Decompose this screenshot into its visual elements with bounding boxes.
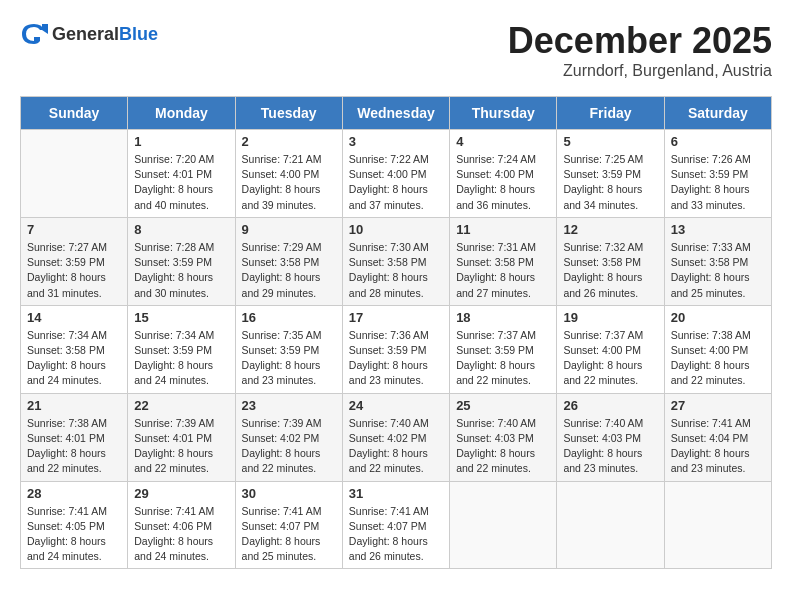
day-info: Sunrise: 7:24 AM Sunset: 4:00 PM Dayligh… (456, 152, 550, 213)
calendar-cell-w4-d1: 21Sunrise: 7:38 AM Sunset: 4:01 PM Dayli… (21, 393, 128, 481)
calendar-cell-w3-d2: 15Sunrise: 7:34 AM Sunset: 3:59 PM Dayli… (128, 305, 235, 393)
day-info: Sunrise: 7:41 AM Sunset: 4:06 PM Dayligh… (134, 504, 228, 565)
calendar-cell-w3-d6: 19Sunrise: 7:37 AM Sunset: 4:00 PM Dayli… (557, 305, 664, 393)
day-number: 22 (134, 398, 228, 413)
calendar-cell-w3-d3: 16Sunrise: 7:35 AM Sunset: 3:59 PM Dayli… (235, 305, 342, 393)
calendar-cell-w2-d1: 7Sunrise: 7:27 AM Sunset: 3:59 PM Daylig… (21, 217, 128, 305)
calendar-table: Sunday Monday Tuesday Wednesday Thursday… (20, 96, 772, 569)
calendar-cell-w5-d3: 30Sunrise: 7:41 AM Sunset: 4:07 PM Dayli… (235, 481, 342, 569)
day-info: Sunrise: 7:25 AM Sunset: 3:59 PM Dayligh… (563, 152, 657, 213)
day-number: 21 (27, 398, 121, 413)
calendar-cell-w2-d5: 11Sunrise: 7:31 AM Sunset: 3:58 PM Dayli… (450, 217, 557, 305)
day-number: 24 (349, 398, 443, 413)
day-info: Sunrise: 7:36 AM Sunset: 3:59 PM Dayligh… (349, 328, 443, 389)
calendar-cell-w4-d3: 23Sunrise: 7:39 AM Sunset: 4:02 PM Dayli… (235, 393, 342, 481)
day-number: 25 (456, 398, 550, 413)
calendar-week-2: 7Sunrise: 7:27 AM Sunset: 3:59 PM Daylig… (21, 217, 772, 305)
calendar-week-1: 1Sunrise: 7:20 AM Sunset: 4:01 PM Daylig… (21, 130, 772, 218)
day-number: 18 (456, 310, 550, 325)
header-monday: Monday (128, 97, 235, 130)
calendar-week-5: 28Sunrise: 7:41 AM Sunset: 4:05 PM Dayli… (21, 481, 772, 569)
day-number: 30 (242, 486, 336, 501)
day-number: 16 (242, 310, 336, 325)
day-number: 14 (27, 310, 121, 325)
calendar-cell-w4-d2: 22Sunrise: 7:39 AM Sunset: 4:01 PM Dayli… (128, 393, 235, 481)
logo-general-text: General (52, 24, 119, 44)
day-info: Sunrise: 7:29 AM Sunset: 3:58 PM Dayligh… (242, 240, 336, 301)
calendar-cell-w2-d4: 10Sunrise: 7:30 AM Sunset: 3:58 PM Dayli… (342, 217, 449, 305)
location-title: Zurndorf, Burgenland, Austria (508, 62, 772, 80)
logo-blue-text: Blue (119, 24, 158, 44)
day-info: Sunrise: 7:41 AM Sunset: 4:05 PM Dayligh… (27, 504, 121, 565)
day-number: 19 (563, 310, 657, 325)
day-number: 1 (134, 134, 228, 149)
day-number: 20 (671, 310, 765, 325)
day-info: Sunrise: 7:33 AM Sunset: 3:58 PM Dayligh… (671, 240, 765, 301)
page-header: GeneralBlue December 2025 Zurndorf, Burg… (20, 20, 772, 80)
calendar-cell-w1-d2: 1Sunrise: 7:20 AM Sunset: 4:01 PM Daylig… (128, 130, 235, 218)
day-info: Sunrise: 7:40 AM Sunset: 4:03 PM Dayligh… (563, 416, 657, 477)
day-number: 5 (563, 134, 657, 149)
svg-marker-0 (42, 24, 48, 34)
calendar-cell-w4-d4: 24Sunrise: 7:40 AM Sunset: 4:02 PM Dayli… (342, 393, 449, 481)
day-info: Sunrise: 7:20 AM Sunset: 4:01 PM Dayligh… (134, 152, 228, 213)
calendar-cell-w2-d2: 8Sunrise: 7:28 AM Sunset: 3:59 PM Daylig… (128, 217, 235, 305)
calendar-header-row: Sunday Monday Tuesday Wednesday Thursday… (21, 97, 772, 130)
day-info: Sunrise: 7:34 AM Sunset: 3:58 PM Dayligh… (27, 328, 121, 389)
day-info: Sunrise: 7:37 AM Sunset: 4:00 PM Dayligh… (563, 328, 657, 389)
day-number: 10 (349, 222, 443, 237)
day-number: 23 (242, 398, 336, 413)
day-number: 8 (134, 222, 228, 237)
calendar-cell-w5-d5 (450, 481, 557, 569)
calendar-cell-w4-d7: 27Sunrise: 7:41 AM Sunset: 4:04 PM Dayli… (664, 393, 771, 481)
header-sunday: Sunday (21, 97, 128, 130)
calendar-week-3: 14Sunrise: 7:34 AM Sunset: 3:58 PM Dayli… (21, 305, 772, 393)
day-info: Sunrise: 7:39 AM Sunset: 4:01 PM Dayligh… (134, 416, 228, 477)
day-info: Sunrise: 7:21 AM Sunset: 4:00 PM Dayligh… (242, 152, 336, 213)
logo-icon (20, 20, 48, 48)
day-info: Sunrise: 7:27 AM Sunset: 3:59 PM Dayligh… (27, 240, 121, 301)
calendar-cell-w1-d6: 5Sunrise: 7:25 AM Sunset: 3:59 PM Daylig… (557, 130, 664, 218)
calendar-cell-w3-d5: 18Sunrise: 7:37 AM Sunset: 3:59 PM Dayli… (450, 305, 557, 393)
calendar-cell-w3-d1: 14Sunrise: 7:34 AM Sunset: 3:58 PM Dayli… (21, 305, 128, 393)
logo: GeneralBlue (20, 20, 158, 48)
calendar-cell-w5-d6 (557, 481, 664, 569)
header-tuesday: Tuesday (235, 97, 342, 130)
calendar-cell-w2-d7: 13Sunrise: 7:33 AM Sunset: 3:58 PM Dayli… (664, 217, 771, 305)
day-info: Sunrise: 7:35 AM Sunset: 3:59 PM Dayligh… (242, 328, 336, 389)
calendar-cell-w2-d3: 9Sunrise: 7:29 AM Sunset: 3:58 PM Daylig… (235, 217, 342, 305)
header-friday: Friday (557, 97, 664, 130)
day-number: 17 (349, 310, 443, 325)
day-info: Sunrise: 7:41 AM Sunset: 4:04 PM Dayligh… (671, 416, 765, 477)
day-number: 4 (456, 134, 550, 149)
day-number: 28 (27, 486, 121, 501)
day-info: Sunrise: 7:37 AM Sunset: 3:59 PM Dayligh… (456, 328, 550, 389)
calendar-cell-w4-d5: 25Sunrise: 7:40 AM Sunset: 4:03 PM Dayli… (450, 393, 557, 481)
header-wednesday: Wednesday (342, 97, 449, 130)
day-number: 31 (349, 486, 443, 501)
day-number: 13 (671, 222, 765, 237)
day-info: Sunrise: 7:41 AM Sunset: 4:07 PM Dayligh… (349, 504, 443, 565)
day-info: Sunrise: 7:26 AM Sunset: 3:59 PM Dayligh… (671, 152, 765, 213)
calendar-cell-w5-d2: 29Sunrise: 7:41 AM Sunset: 4:06 PM Dayli… (128, 481, 235, 569)
day-info: Sunrise: 7:30 AM Sunset: 3:58 PM Dayligh… (349, 240, 443, 301)
calendar-cell-w1-d3: 2Sunrise: 7:21 AM Sunset: 4:00 PM Daylig… (235, 130, 342, 218)
day-number: 2 (242, 134, 336, 149)
day-number: 7 (27, 222, 121, 237)
day-info: Sunrise: 7:31 AM Sunset: 3:58 PM Dayligh… (456, 240, 550, 301)
day-info: Sunrise: 7:22 AM Sunset: 4:00 PM Dayligh… (349, 152, 443, 213)
day-number: 11 (456, 222, 550, 237)
day-info: Sunrise: 7:34 AM Sunset: 3:59 PM Dayligh… (134, 328, 228, 389)
day-info: Sunrise: 7:38 AM Sunset: 4:00 PM Dayligh… (671, 328, 765, 389)
header-thursday: Thursday (450, 97, 557, 130)
calendar-cell-w2-d6: 12Sunrise: 7:32 AM Sunset: 3:58 PM Dayli… (557, 217, 664, 305)
day-number: 12 (563, 222, 657, 237)
day-number: 29 (134, 486, 228, 501)
calendar-week-4: 21Sunrise: 7:38 AM Sunset: 4:01 PM Dayli… (21, 393, 772, 481)
day-info: Sunrise: 7:40 AM Sunset: 4:03 PM Dayligh… (456, 416, 550, 477)
day-number: 15 (134, 310, 228, 325)
calendar-cell-w1-d5: 4Sunrise: 7:24 AM Sunset: 4:00 PM Daylig… (450, 130, 557, 218)
day-number: 26 (563, 398, 657, 413)
header-saturday: Saturday (664, 97, 771, 130)
calendar-cell-w3-d4: 17Sunrise: 7:36 AM Sunset: 3:59 PM Dayli… (342, 305, 449, 393)
